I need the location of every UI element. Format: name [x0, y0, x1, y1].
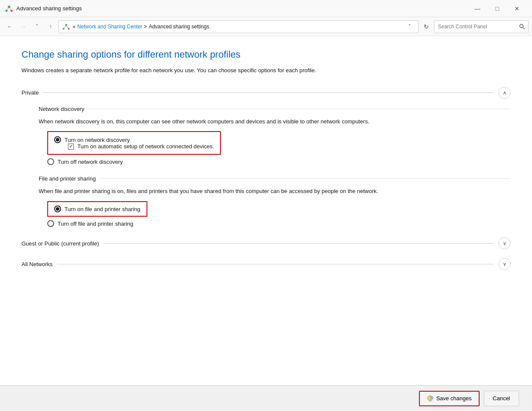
address-arrow: >	[144, 24, 147, 30]
address-network-icon	[62, 23, 70, 31]
turn-on-network-discovery-label: Turn on network discovery	[64, 137, 130, 143]
page-title: Change sharing options for different net…	[21, 49, 511, 60]
svg-point-10	[520, 24, 523, 28]
network-discovery-options-box: Turn on network discovery ✓ Turn on auto…	[47, 131, 221, 155]
all-networks-section-header: All Networks ∨	[21, 258, 511, 270]
guest-public-section-label: Guest or Public (current profile)	[21, 240, 99, 247]
address-bar: « Network and Sharing Center > Advanced …	[58, 20, 419, 33]
turn-off-network-discovery-option[interactable]: Turn off network discovery	[47, 158, 511, 165]
save-changes-button[interactable]: Save changes	[419, 391, 479, 406]
file-printer-sharing-line	[100, 178, 511, 179]
turn-off-network-discovery-radio[interactable]	[47, 158, 54, 165]
footer-bar: Save changes Cancel	[0, 385, 532, 411]
network-discovery-header: Network discovery	[39, 106, 511, 112]
up-button[interactable]: ↑	[45, 21, 57, 33]
app-icon	[5, 5, 13, 12]
minimize-button[interactable]: —	[468, 2, 487, 15]
title-bar: Advanced sharing settings — □ ✕	[0, 0, 532, 17]
refresh-button[interactable]: ↻	[420, 21, 432, 33]
svg-line-4	[9, 7, 12, 11]
turn-on-network-discovery-option[interactable]: Turn on network discovery	[54, 136, 214, 143]
turn-on-file-printer-box: Turn on file and printer sharing	[47, 201, 147, 217]
auto-setup-label: Turn on automatic setup of network conne…	[77, 143, 214, 150]
main-content: Change sharing options for different net…	[0, 36, 532, 385]
forward-button[interactable]: →	[17, 21, 29, 33]
search-input[interactable]	[434, 24, 516, 30]
all-networks-section-line	[57, 264, 494, 264]
turn-on-file-printer-label: Turn on file and printer sharing	[64, 206, 141, 212]
guest-public-section-line	[104, 243, 494, 244]
back-button[interactable]: ←	[3, 21, 15, 33]
turn-off-file-printer-option[interactable]: Turn off file and printer sharing	[47, 220, 511, 227]
svg-line-3	[6, 7, 9, 11]
turn-on-network-discovery-radio[interactable]	[54, 136, 61, 143]
dropdown-button[interactable]: ˅	[31, 21, 43, 33]
window-title: Advanced sharing settings	[16, 5, 82, 12]
guest-public-section-toggle[interactable]: ∨	[498, 237, 511, 249]
save-changes-label: Save changes	[436, 395, 471, 402]
search-button[interactable]	[516, 20, 528, 33]
address-text: « Network and Sharing Center > Advanced …	[73, 24, 402, 30]
svg-line-9	[66, 25, 69, 29]
maximize-button[interactable]: □	[487, 2, 507, 15]
turn-on-file-printer-option[interactable]: Turn on file and printer sharing	[54, 206, 141, 212]
shield-icon	[427, 395, 434, 402]
chevron-down-icon-2: ∨	[503, 261, 507, 267]
address-dropdown-button[interactable]: ˅	[404, 21, 415, 33]
file-printer-sharing-label: File and printer sharing	[39, 175, 96, 182]
private-section-toggle[interactable]: ∧	[498, 87, 511, 99]
network-discovery-label: Network discovery	[39, 106, 84, 112]
turn-on-file-printer-radio[interactable]	[54, 206, 61, 212]
address-separator: «	[73, 24, 76, 30]
page-description: Windows creates a separate network profi…	[21, 66, 511, 75]
private-section-label: Private	[21, 89, 39, 96]
all-networks-section-label: All Networks	[21, 261, 52, 267]
navigation-bar: ← → ˅ ↑ « Network and Sharing Center > A…	[0, 17, 532, 36]
network-discovery-description: When network discovery is on, this compu…	[39, 117, 511, 126]
cancel-button[interactable]: Cancel	[484, 391, 519, 406]
turn-off-file-printer-radio[interactable]	[47, 220, 54, 227]
network-discovery-line	[89, 109, 511, 109]
title-bar-left: Advanced sharing settings	[5, 5, 82, 12]
private-section-header: Private ∧	[21, 87, 511, 99]
turn-off-file-printer-label: Turn off file and printer sharing	[58, 221, 133, 227]
address-part2: Advanced sharing settings	[149, 24, 209, 30]
turn-off-network-discovery-label: Turn off network discovery	[58, 159, 123, 165]
file-printer-sharing-subsection: File and printer sharing When file and p…	[39, 175, 511, 227]
search-icon	[519, 24, 525, 30]
network-discovery-subsection: Network discovery When network discovery…	[39, 106, 511, 166]
file-printer-sharing-description: When file and printer sharing is on, fil…	[39, 187, 511, 196]
svg-line-8	[64, 25, 66, 29]
address-part1[interactable]: Network and Sharing Center	[77, 24, 142, 30]
close-button[interactable]: ✕	[507, 2, 527, 15]
chevron-down-icon: ∨	[503, 240, 507, 246]
all-networks-section-toggle[interactable]: ∨	[498, 258, 511, 270]
svg-line-11	[523, 27, 525, 29]
auto-setup-checkbox[interactable]: ✓	[68, 144, 74, 150]
window-controls: — □ ✕	[468, 2, 527, 15]
guest-public-section-header: Guest or Public (current profile) ∨	[21, 237, 511, 249]
file-printer-sharing-header: File and printer sharing	[39, 175, 511, 182]
chevron-up-icon: ∧	[503, 90, 507, 96]
auto-setup-option[interactable]: ✓ Turn on automatic setup of network con…	[68, 143, 214, 150]
private-section-line	[43, 92, 494, 93]
search-box	[434, 20, 529, 33]
